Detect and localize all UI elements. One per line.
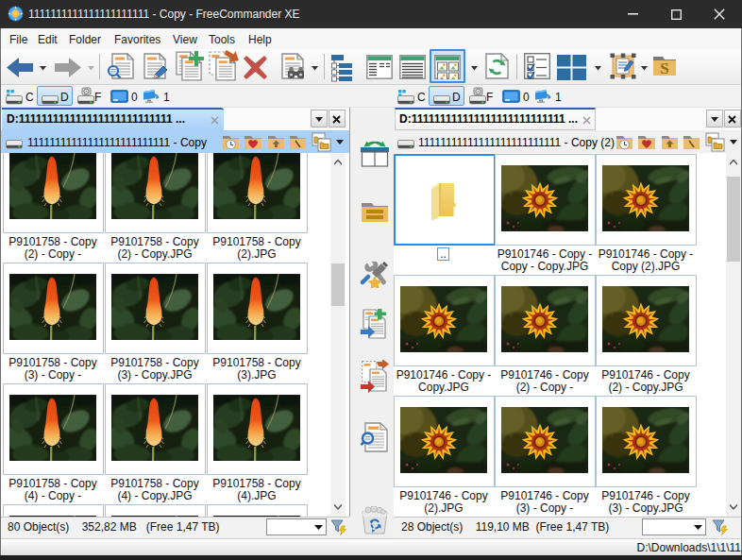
svg-text:S: S	[660, 59, 668, 77]
